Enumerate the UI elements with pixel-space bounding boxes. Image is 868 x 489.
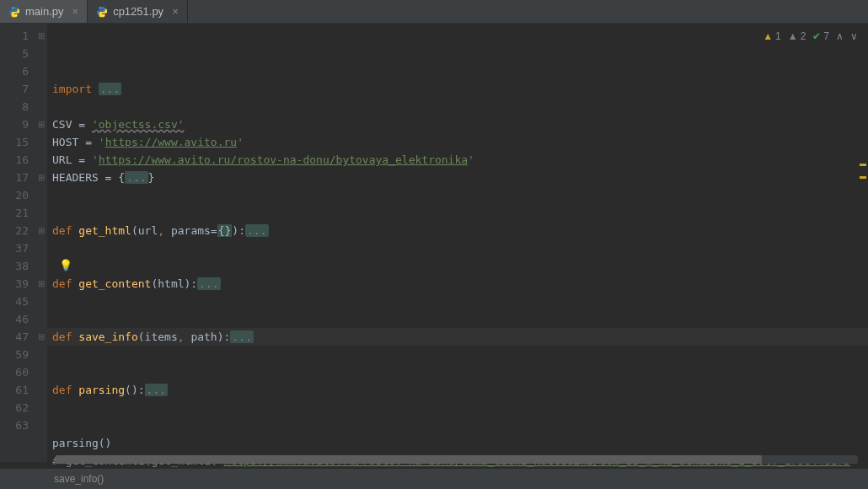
tab-bar: main.py × cp1251.py × [0,0,868,24]
breadcrumb[interactable]: save_info() [54,473,104,485]
horizontal-scrollbar[interactable] [56,455,858,464]
intention-bulb-icon[interactable]: 💡 [59,256,72,274]
code-area[interactable]: 💡 import ...CSV = 'objectss.csv'HOST = '… [47,24,868,462]
tab-label: main.py [25,5,64,18]
line-number-gutter[interactable]: 1567891516172021223738394546475960616263 [0,24,35,462]
svg-point-1 [16,15,17,16]
error-stripe[interactable] [860,29,866,433]
python-file-icon [96,6,108,18]
tab-cp1251-py[interactable]: cp1251.py × [88,0,188,23]
svg-point-2 [99,7,100,8]
status-bar: save_info() [0,469,868,489]
close-icon[interactable]: × [172,5,179,18]
fold-gutter[interactable]: ⊞⊞⊞⊞⊞⊞ [35,24,47,462]
close-icon[interactable]: × [72,5,79,18]
scrollbar-thumb[interactable] [56,455,762,464]
editor-area: 1567891516172021223738394546475960616263… [0,24,868,462]
tab-label: cp1251.py [113,5,163,18]
python-file-icon [8,6,20,18]
svg-point-0 [12,7,13,8]
tab-main-py[interactable]: main.py × [0,0,88,23]
svg-point-3 [104,15,104,16]
